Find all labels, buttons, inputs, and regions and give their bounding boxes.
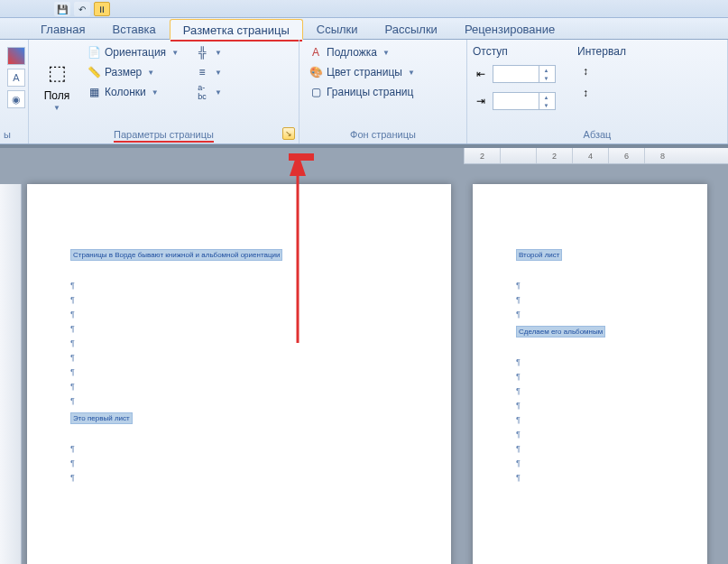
- chevron-down-icon: ▼: [171, 49, 179, 57]
- tab-home[interactable]: Главная: [27, 18, 98, 39]
- tab-review[interactable]: Рецензирование: [451, 18, 568, 39]
- chevron-down-icon: ▼: [152, 88, 159, 97]
- spacing-heading: Интервал: [577, 43, 626, 60]
- ribbon: A ◉ ы ⬚ Поля ▼ 📄 Ориентация ▼ 📏 Размер: [0, 40, 728, 144]
- page-color-button[interactable]: 🎨 Цвет страницы ▼: [305, 63, 419, 81]
- page-1[interactable]: Страницы в Ворде бывают книжной и альбом…: [27, 184, 451, 564]
- watermark-button[interactable]: A Подложка ▼: [305, 43, 419, 61]
- paragraph-mark: ¶: [516, 458, 664, 467]
- group-page-setup: ⬚ Поля ▼ 📄 Ориентация ▼ 📏 Размер ▼ ▦ Кол…: [29, 40, 299, 143]
- paragraph-mark: ¶: [516, 401, 664, 410]
- chevron-down-icon: ▼: [53, 104, 60, 112]
- page-borders-label: Границы страниц: [327, 86, 413, 98]
- qat-save-icon[interactable]: 💾: [54, 2, 70, 16]
- paragraph-mark: ¶: [70, 396, 408, 405]
- orientation-icon: 📄: [87, 45, 101, 60]
- paragraph-mark: ¶: [516, 430, 664, 439]
- group-paragraph: Отступ ⇤ ▲▼ ⇥ ▲▼ Интервал ↕ ↕: [467, 40, 728, 143]
- chevron-down-icon: ▼: [147, 69, 154, 77]
- spacing-before-icon: ↕: [577, 65, 594, 78]
- chevron-down-icon: ▼: [382, 49, 390, 57]
- paragraph-mark: ¶: [516, 372, 664, 381]
- group-page-setup-label: Параметры страницы: [34, 127, 293, 142]
- margins-label: Поля: [44, 89, 70, 102]
- paragraph-mark: ¶: [70, 310, 408, 319]
- watermark-icon: A: [309, 45, 323, 60]
- tab-insert[interactable]: Вставка: [98, 18, 169, 39]
- orientation-button[interactable]: 📄 Ориентация ▼: [83, 43, 182, 61]
- line-numbers-icon: ≡: [195, 65, 209, 79]
- hyphenation-button[interactable]: a-bc▼: [191, 83, 226, 101]
- quick-access-toolbar: 💾 ↶ ⏸: [54, 2, 110, 16]
- paragraph-mark: ¶: [516, 444, 664, 453]
- paragraph-mark: ¶: [516, 281, 664, 290]
- qat-undo-icon[interactable]: ↶: [74, 2, 90, 16]
- group-paragraph-label: Абзац: [473, 127, 722, 142]
- columns-icon: ▦: [87, 85, 101, 99]
- page-color-label: Цвет страницы: [327, 66, 402, 79]
- line-numbers-button[interactable]: ≡▼: [191, 63, 226, 81]
- paragraph-mark: ¶: [516, 415, 664, 424]
- titlebar: 💾 ↶ ⏸: [0, 0, 728, 18]
- breaks-button[interactable]: ╬▼: [191, 43, 226, 61]
- indent-right-icon: ⇥: [473, 95, 489, 107]
- chevron-down-icon: ▼: [215, 88, 222, 97]
- hyphenation-icon: a-bc: [195, 85, 209, 99]
- margins-button[interactable]: ⬚ Поля ▼: [34, 43, 79, 127]
- page-setup-launcher[interactable]: ↘: [282, 127, 295, 140]
- size-icon: 📏: [87, 65, 101, 79]
- tab-page-layout[interactable]: Разметка страницы: [170, 19, 303, 40]
- page-borders-button[interactable]: ▢ Границы страниц: [305, 83, 419, 101]
- watermark-label: Подложка: [327, 46, 377, 59]
- theme-effects-icon[interactable]: ◉: [7, 90, 25, 108]
- paragraph-mark: ¶: [70, 382, 408, 391]
- paragraph-mark: ¶: [70, 281, 408, 290]
- ribbon-tabs: Главная Вставка Разметка страницы Ссылки…: [0, 18, 728, 40]
- group-page-background: A Подложка ▼ 🎨 Цвет страницы ▼ ▢ Границы…: [299, 40, 467, 143]
- indent-heading: Отступ: [473, 43, 556, 60]
- chevron-down-icon: ▼: [215, 69, 222, 77]
- paragraph-mark: ¶: [70, 353, 408, 362]
- page-borders-icon: ▢: [309, 85, 323, 99]
- selected-text: Сделаем его альбомным: [516, 326, 605, 337]
- theme-fonts-icon[interactable]: A: [7, 69, 25, 87]
- selected-text: Страницы в Ворде бывают книжной и альбом…: [70, 249, 282, 261]
- page-2[interactable]: Второй лист ¶ ¶ ¶ Сделаем его альбомным …: [473, 184, 707, 564]
- paragraph-mark: ¶: [516, 386, 664, 395]
- selected-text: Это первый лист: [70, 412, 133, 424]
- indent-right-input[interactable]: ▲▼: [493, 92, 556, 110]
- tab-references[interactable]: Ссылки: [303, 18, 372, 39]
- paragraph-mark: ¶: [516, 473, 664, 482]
- columns-label: Колонки: [105, 86, 146, 98]
- indent-left-input[interactable]: ▲▼: [493, 65, 556, 83]
- vertical-ruler[interactable]: [0, 184, 22, 564]
- paragraph-mark: ¶: [70, 473, 408, 482]
- paragraph-mark: ¶: [70, 444, 408, 453]
- theme-colors-icon[interactable]: [7, 47, 25, 65]
- paragraph-mark: ¶: [70, 458, 408, 467]
- group-page-background-label: Фон страницы: [305, 127, 461, 142]
- spacing-after-icon: ↕: [577, 87, 594, 99]
- indent-left-icon: ⇤: [473, 68, 489, 80]
- breaks-icon: ╬: [195, 45, 209, 60]
- tab-mailings[interactable]: Рассылки: [372, 18, 451, 39]
- paragraph-mark: ¶: [70, 367, 408, 376]
- group-themes: A ◉ ы: [0, 40, 29, 143]
- paragraph-mark: ¶: [70, 324, 408, 333]
- size-button[interactable]: 📏 Размер ▼: [83, 63, 182, 81]
- paragraph-mark: ¶: [516, 310, 664, 319]
- size-label: Размер: [105, 66, 142, 79]
- group-themes-label: ы: [4, 129, 11, 140]
- orientation-label: Ориентация: [105, 46, 166, 59]
- qat-pause-icon[interactable]: ⏸: [94, 2, 110, 16]
- paragraph-mark: ¶: [70, 295, 408, 304]
- columns-button[interactable]: ▦ Колонки ▼: [83, 83, 182, 101]
- horizontal-ruler[interactable]: 2 2 4 6 8: [464, 148, 728, 164]
- paragraph-mark: ¶: [516, 295, 664, 304]
- chevron-down-icon: ▼: [408, 69, 415, 77]
- chevron-down-icon: ▼: [215, 49, 222, 57]
- document-workspace: 2 2 4 6 8 Страницы в Ворде бывают книжно…: [0, 148, 728, 564]
- paragraph-mark: ¶: [70, 338, 408, 347]
- page-color-icon: 🎨: [309, 65, 323, 79]
- paragraph-mark: ¶: [516, 357, 664, 366]
